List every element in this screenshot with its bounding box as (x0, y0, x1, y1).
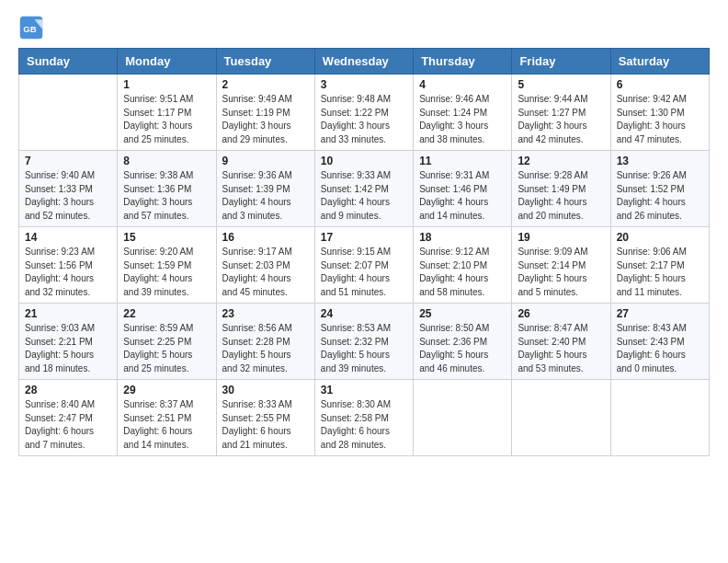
day-info: Sunrise: 9:09 AM Sunset: 2:14 PM Dayligh… (518, 246, 604, 299)
day-info: Sunrise: 9:46 AM Sunset: 1:24 PM Dayligh… (419, 93, 506, 146)
calendar-cell: 16Sunrise: 9:17 AM Sunset: 2:03 PM Dayli… (216, 227, 314, 304)
day-number: 3 (321, 78, 407, 91)
day-info: Sunrise: 9:15 AM Sunset: 2:07 PM Dayligh… (321, 246, 407, 299)
day-info: Sunrise: 8:33 AM Sunset: 2:55 PM Dayligh… (222, 398, 309, 452)
day-number: 14 (25, 231, 111, 244)
calendar-cell: 1Sunrise: 9:51 AM Sunset: 1:17 PM Daylig… (118, 75, 216, 151)
day-info: Sunrise: 9:44 AM Sunset: 1:27 PM Dayligh… (518, 93, 604, 146)
calendar-cell: 28Sunrise: 8:40 AM Sunset: 2:47 PM Dayli… (19, 380, 118, 456)
day-info: Sunrise: 9:03 AM Sunset: 2:21 PM Dayligh… (25, 322, 111, 375)
day-number: 13 (617, 155, 703, 167)
day-number: 29 (123, 384, 210, 396)
calendar-week-5: 28Sunrise: 8:40 AM Sunset: 2:47 PM Dayli… (19, 380, 710, 456)
calendar-cell: 31Sunrise: 8:30 AM Sunset: 2:58 PM Dayli… (314, 380, 413, 456)
day-info: Sunrise: 9:20 AM Sunset: 1:59 PM Dayligh… (123, 246, 210, 299)
day-number: 10 (321, 155, 407, 167)
calendar-cell: 27Sunrise: 8:43 AM Sunset: 2:43 PM Dayli… (610, 304, 709, 380)
day-number: 30 (222, 384, 309, 396)
day-number: 1 (123, 78, 210, 91)
weekday-header-saturday: Saturday (610, 49, 709, 75)
calendar-cell: 2Sunrise: 9:49 AM Sunset: 1:19 PM Daylig… (216, 75, 314, 151)
day-info: Sunrise: 8:43 AM Sunset: 2:43 PM Dayligh… (617, 322, 703, 375)
calendar-cell: 3Sunrise: 9:48 AM Sunset: 1:22 PM Daylig… (314, 75, 413, 151)
calendar-cell: 12Sunrise: 9:28 AM Sunset: 1:49 PM Dayli… (512, 151, 610, 227)
calendar-cell (414, 380, 512, 456)
day-number: 21 (25, 307, 111, 320)
day-info: Sunrise: 8:59 AM Sunset: 2:25 PM Dayligh… (123, 322, 210, 375)
calendar-cell: 22Sunrise: 8:59 AM Sunset: 2:25 PM Dayli… (118, 304, 216, 380)
weekday-header-tuesday: Tuesday (216, 49, 314, 75)
calendar-cell: 11Sunrise: 9:31 AM Sunset: 1:46 PM Dayli… (414, 151, 512, 227)
day-number: 17 (321, 231, 407, 244)
day-info: Sunrise: 9:06 AM Sunset: 2:17 PM Dayligh… (617, 246, 703, 299)
day-info: Sunrise: 9:40 AM Sunset: 1:33 PM Dayligh… (25, 169, 111, 223)
day-info: Sunrise: 9:17 AM Sunset: 2:03 PM Dayligh… (222, 246, 309, 299)
day-info: Sunrise: 9:48 AM Sunset: 1:22 PM Dayligh… (321, 93, 407, 146)
calendar-cell: 8Sunrise: 9:38 AM Sunset: 1:36 PM Daylig… (118, 151, 216, 227)
day-number: 24 (321, 307, 407, 320)
calendar-cell: 26Sunrise: 8:47 AM Sunset: 2:40 PM Dayli… (512, 304, 610, 380)
calendar-table: SundayMondayTuesdayWednesdayThursdayFrid… (18, 48, 710, 456)
calendar-cell: 4Sunrise: 9:46 AM Sunset: 1:24 PM Daylig… (414, 75, 512, 151)
calendar-cell: 5Sunrise: 9:44 AM Sunset: 1:27 PM Daylig… (512, 75, 610, 151)
day-number: 27 (617, 307, 703, 320)
day-info: Sunrise: 8:56 AM Sunset: 2:28 PM Dayligh… (222, 322, 309, 375)
day-info: Sunrise: 9:28 AM Sunset: 1:49 PM Dayligh… (518, 169, 604, 223)
day-number: 25 (419, 307, 506, 320)
day-info: Sunrise: 9:26 AM Sunset: 1:52 PM Dayligh… (617, 169, 703, 223)
calendar-week-1: 1Sunrise: 9:51 AM Sunset: 1:17 PM Daylig… (19, 75, 710, 151)
day-info: Sunrise: 9:36 AM Sunset: 1:39 PM Dayligh… (222, 169, 309, 223)
calendar-week-3: 14Sunrise: 9:23 AM Sunset: 1:56 PM Dayli… (19, 227, 710, 304)
weekday-header-wednesday: Wednesday (314, 49, 413, 75)
calendar-cell: 30Sunrise: 8:33 AM Sunset: 2:55 PM Dayli… (216, 380, 314, 456)
day-number: 28 (25, 384, 111, 396)
day-number: 4 (419, 78, 506, 91)
weekday-header-row: SundayMondayTuesdayWednesdayThursdayFrid… (19, 49, 710, 75)
day-info: Sunrise: 9:23 AM Sunset: 1:56 PM Dayligh… (25, 246, 111, 299)
day-number: 11 (419, 155, 506, 167)
day-info: Sunrise: 9:42 AM Sunset: 1:30 PM Dayligh… (617, 93, 703, 146)
weekday-header-sunday: Sunday (19, 49, 118, 75)
calendar-cell: 19Sunrise: 9:09 AM Sunset: 2:14 PM Dayli… (512, 227, 610, 304)
day-info: Sunrise: 9:51 AM Sunset: 1:17 PM Dayligh… (123, 93, 210, 146)
day-number: 23 (222, 307, 309, 320)
svg-text:GB: GB (23, 24, 36, 34)
day-number: 15 (123, 231, 210, 244)
calendar-cell (610, 380, 709, 456)
day-number: 16 (222, 231, 309, 244)
day-info: Sunrise: 8:40 AM Sunset: 2:47 PM Dayligh… (25, 398, 111, 452)
day-info: Sunrise: 8:50 AM Sunset: 2:36 PM Dayligh… (419, 322, 506, 375)
day-number: 18 (419, 231, 506, 244)
calendar-cell: 20Sunrise: 9:06 AM Sunset: 2:17 PM Dayli… (610, 227, 709, 304)
weekday-header-friday: Friday (512, 49, 610, 75)
day-number: 9 (222, 155, 309, 167)
day-number: 12 (518, 155, 604, 167)
day-info: Sunrise: 9:33 AM Sunset: 1:42 PM Dayligh… (321, 169, 407, 223)
calendar-cell: 23Sunrise: 8:56 AM Sunset: 2:28 PM Dayli… (216, 304, 314, 380)
logo: GB (18, 15, 48, 40)
calendar-cell: 17Sunrise: 9:15 AM Sunset: 2:07 PM Dayli… (314, 227, 413, 304)
calendar-cell: 21Sunrise: 9:03 AM Sunset: 2:21 PM Dayli… (19, 304, 118, 380)
day-info: Sunrise: 8:47 AM Sunset: 2:40 PM Dayligh… (518, 322, 604, 375)
calendar-cell: 14Sunrise: 9:23 AM Sunset: 1:56 PM Dayli… (19, 227, 118, 304)
day-info: Sunrise: 8:37 AM Sunset: 2:51 PM Dayligh… (123, 398, 210, 452)
calendar-cell (512, 380, 610, 456)
calendar-cell: 24Sunrise: 8:53 AM Sunset: 2:32 PM Dayli… (314, 304, 413, 380)
calendar-cell (19, 75, 118, 151)
calendar-cell: 18Sunrise: 9:12 AM Sunset: 2:10 PM Dayli… (414, 227, 512, 304)
day-number: 5 (518, 78, 604, 91)
page-header: GB (18, 15, 710, 40)
calendar-cell: 7Sunrise: 9:40 AM Sunset: 1:33 PM Daylig… (19, 151, 118, 227)
day-number: 20 (617, 231, 703, 244)
weekday-header-thursday: Thursday (414, 49, 512, 75)
calendar-cell: 25Sunrise: 8:50 AM Sunset: 2:36 PM Dayli… (414, 304, 512, 380)
day-info: Sunrise: 9:31 AM Sunset: 1:46 PM Dayligh… (419, 169, 506, 223)
day-info: Sunrise: 9:12 AM Sunset: 2:10 PM Dayligh… (419, 246, 506, 299)
weekday-header-monday: Monday (118, 49, 216, 75)
day-number: 22 (123, 307, 210, 320)
calendar-week-4: 21Sunrise: 9:03 AM Sunset: 2:21 PM Dayli… (19, 304, 710, 380)
day-number: 2 (222, 78, 309, 91)
day-info: Sunrise: 8:53 AM Sunset: 2:32 PM Dayligh… (321, 322, 407, 375)
day-number: 7 (25, 155, 111, 167)
day-info: Sunrise: 8:30 AM Sunset: 2:58 PM Dayligh… (321, 398, 407, 452)
